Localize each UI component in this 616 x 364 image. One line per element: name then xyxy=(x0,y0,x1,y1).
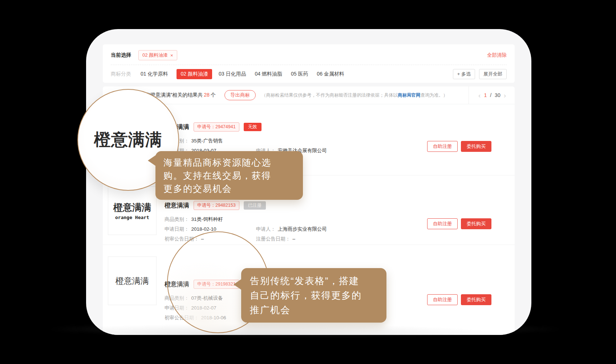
trademark-image: 橙意满满 xyxy=(108,256,157,305)
entrusted-purchase-button[interactable]: 委托购买 xyxy=(461,141,491,152)
category-row: 商标分类 01 化学原料 02 颜料油漆 03 日化用品 04 燃料油脂 05 … xyxy=(103,65,515,83)
entrusted-purchase-button[interactable]: 委托购买 xyxy=(461,218,491,229)
next-page-icon[interactable]: › xyxy=(504,92,506,99)
stage: 当前选择 02 颜料油漆 × 全部清除 商标分类 01 化学原料 02 颜料油漆… xyxy=(0,0,616,364)
disclaimer-suffix: 查询为准。） xyxy=(420,93,447,98)
serial-badge: 申请号：29474941 xyxy=(194,122,239,132)
field-value: 2018-02-10 xyxy=(191,226,216,232)
selected-filter-chip[interactable]: 02 颜料油漆 × xyxy=(138,50,177,60)
category-item-04[interactable]: 04 燃料油脂 xyxy=(255,71,282,77)
row-actions: 自助注册 委托购买 xyxy=(427,141,491,152)
page-separator: / xyxy=(490,92,491,98)
serial-label: 申请号： xyxy=(197,124,215,129)
trademark-image-subtext: orange Heart xyxy=(115,215,149,220)
trademark-office-link[interactable]: 商标局官网 xyxy=(398,93,421,98)
row-actions: 自助注册 委托购买 xyxy=(427,218,491,229)
multi-select-button[interactable]: + 多选 xyxy=(453,69,475,79)
entrusted-purchase-button[interactable]: 委托购买 xyxy=(461,294,491,305)
disclaimer-prefix: （商标检索结果仅供参考，不作为商标能否注册的法律依据；具体以 xyxy=(262,93,398,98)
category-item-06[interactable]: 06 金属材料 xyxy=(317,71,344,77)
results-summary-unit: 个 xyxy=(211,92,216,98)
serial-label: 申请号： xyxy=(197,203,215,208)
tooltip-arrow-icon xyxy=(234,279,242,290)
category-item-02-active[interactable]: 02 颜料油漆 xyxy=(177,69,212,79)
selected-filter-chip-label: 02 颜料油漆 xyxy=(142,52,168,58)
tooltip-marketplace: 海量精品商标资源随心选 购。支持在线交易，获得 更多的交易机会 xyxy=(155,151,303,200)
export-trademarks-button[interactable]: 导出商标 xyxy=(224,90,256,100)
results-header: 检索到“橙意满满”相关的结果共28个 导出商标 （商标检索结果仅供参考，不作为商… xyxy=(103,86,515,104)
tooltip-arrow-icon xyxy=(148,155,156,166)
field-label: 注册公告日期： xyxy=(256,236,291,242)
field-value: 31类-饲料种籽 xyxy=(191,217,223,222)
trademark-image-text: 橙意满满 xyxy=(115,275,149,287)
remove-filter-icon[interactable]: × xyxy=(170,53,173,58)
prev-page-icon[interactable]: ‹ xyxy=(478,92,481,99)
field-label: 申请人： xyxy=(256,226,276,232)
magnified-trademark-text: 橙意满满 xyxy=(94,129,162,151)
category-item-03[interactable]: 03 日化用品 xyxy=(219,71,246,77)
row-title-line: 橙意满满 申请号：29474941 无效 xyxy=(165,122,406,132)
current-page: 1 xyxy=(484,92,487,98)
disclaimer-text: （商标检索结果仅供参考，不作为商标能否注册的法律依据；具体以商标局官网查询为准。… xyxy=(262,92,448,98)
field-label: 申请日期： xyxy=(165,226,189,232)
total-pages: 30 xyxy=(495,92,500,98)
self-register-button[interactable]: 自助注册 xyxy=(427,218,458,229)
self-register-button[interactable]: 自助注册 xyxy=(427,294,458,305)
clear-all-button[interactable]: 全部清除 xyxy=(487,52,507,58)
category-item-01[interactable]: 01 化学原料 xyxy=(141,71,168,77)
serial-badge: 申请号：29482153 xyxy=(194,201,239,210)
trademark-name[interactable]: 橙意满满 xyxy=(165,201,189,210)
trademark-image-text: 橙意满满 xyxy=(113,201,151,214)
serial-value: 29482153 xyxy=(215,203,236,208)
current-selection-label: 当前选择 xyxy=(111,52,131,58)
field-value: 上海雨步实业有限公司 xyxy=(278,226,327,232)
serial-value: 29474941 xyxy=(215,124,236,129)
filter-card: 当前选择 02 颜料油漆 × 全部清除 商标分类 01 化学原料 02 颜料油漆… xyxy=(103,44,515,83)
category-item-05[interactable]: 05 医药 xyxy=(291,71,308,77)
status-badge: 无效 xyxy=(244,123,262,131)
results-count: 28 xyxy=(204,92,210,98)
field-value: – xyxy=(292,236,295,242)
tooltip-promotion: 告别传统“发表格”，搭建 自己的标行，获得更多的 推广机会 xyxy=(241,268,386,323)
row-actions: 自助注册 委托购买 xyxy=(427,294,491,305)
current-selection-row: 当前选择 02 颜料油漆 × 全部清除 xyxy=(103,44,515,65)
row-title-line: 橙意满满 申请号：29482153 已注册 xyxy=(165,201,406,210)
category-row-label: 商标分类 xyxy=(111,71,131,77)
status-badge: 已注册 xyxy=(244,201,266,210)
field-label: 商品类别： xyxy=(165,217,189,222)
pagination: ‹ 1 / 30 › xyxy=(469,86,515,104)
trademark-image: 橙意满满 orange Heart xyxy=(108,186,157,235)
field-value: 35类-广告销售 xyxy=(191,138,223,143)
expand-all-button[interactable]: 展开全部 xyxy=(479,69,507,79)
self-register-button[interactable]: 自助注册 xyxy=(427,141,458,152)
